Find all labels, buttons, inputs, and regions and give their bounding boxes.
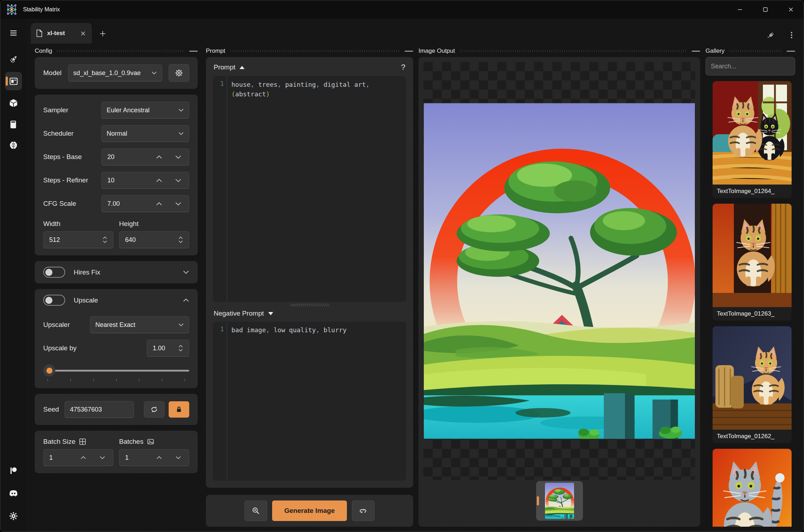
decrement-button[interactable] [171,174,185,187]
rocket-icon [9,55,18,64]
seed-input[interactable] [64,401,134,418]
lock-seed-button[interactable] [169,401,189,418]
steps-refiner-input[interactable] [101,172,189,189]
decrement-button[interactable] [95,451,109,464]
tab-close-button[interactable] [79,30,87,37]
sidebar-item-discord[interactable] [5,485,22,502]
slider-thumb[interactable] [43,364,55,377]
panel-drag-handle[interactable] [230,50,400,52]
gallery-search[interactable] [705,57,795,75]
width-stepper[interactable] [102,237,109,243]
height-value[interactable] [125,236,173,244]
sidebar-item-checkpoints[interactable] [5,137,22,154]
brain-icon [9,141,18,151]
output-thumbnail[interactable] [545,483,574,519]
chevron-down-icon [179,349,182,351]
upscale-by-input[interactable] [147,340,189,357]
gallery-item[interactable] [713,449,792,527]
sidebar-item-inference[interactable] [5,72,22,90]
carousel-selected-item[interactable] [536,481,583,521]
generate-image-button[interactable]: Generate Image [272,500,347,521]
kebab-menu-icon[interactable] [788,31,795,39]
scheduler-select[interactable]: Normal [101,125,189,142]
tab-xl-test[interactable]: xl-test [31,23,92,44]
sidebar-item-model-browser[interactable] [5,116,22,133]
prompt-editor[interactable]: 1 house, trees, painting, digital art, (… [213,76,406,302]
panel-drag-handle[interactable] [56,50,185,52]
cfg-scale-value[interactable] [107,200,147,208]
new-tab-button[interactable] [95,26,111,42]
gallery-item[interactable]: TextToImage_01262_ [713,326,792,443]
upscale-by-label: Upscale by [43,344,147,352]
batches-input[interactable] [119,449,189,466]
panel-drag-handle[interactable] [729,50,782,52]
collapse-triangle-icon[interactable] [240,66,244,69]
collapse-output-icon[interactable] [692,51,700,52]
expand-hires-button[interactable] [183,270,189,274]
batch-size-input[interactable] [43,449,113,466]
prompt-text[interactable]: house, trees, painting, digital art, (ab… [227,76,406,302]
upscale-slider[interactable] [43,364,189,377]
negative-prompt-text[interactable]: bad image, low quality, blurry [227,322,406,481]
collapse-gallery-icon[interactable] [787,51,795,52]
width-value[interactable] [49,236,97,244]
sidebar-item-launch[interactable] [5,51,22,68]
increment-button[interactable] [152,151,166,163]
expand-triangle-icon[interactable] [268,312,273,315]
decrement-button[interactable] [171,197,185,210]
randomize-seed-button[interactable] [144,401,164,418]
sidebar-item-settings[interactable] [5,508,22,525]
gallery-item[interactable]: TextToImage_01264_ [713,81,792,198]
batch-size-value[interactable] [49,454,71,462]
search-input[interactable] [711,63,793,70]
collapse-prompt-icon[interactable] [405,51,413,52]
increment-button[interactable] [152,451,166,464]
upscale-by-value[interactable] [153,345,173,352]
editor-splitter[interactable] [206,302,413,308]
negative-prompt-editor[interactable]: 1 bad image, low quality, blurry [213,322,406,481]
decrement-button[interactable] [171,451,185,464]
batches-value[interactable] [125,454,147,462]
gear-icon [175,69,183,77]
cfg-scale-input[interactable] [101,195,189,212]
upscale-by-stepper[interactable] [178,345,185,351]
zoom-preview-button[interactable] [244,500,267,521]
width-input[interactable] [43,231,113,248]
collapse-upscale-button[interactable] [183,298,189,302]
gallery-thumbnail[interactable] [713,204,792,307]
steps-base-input[interactable] [101,148,189,165]
steps-base-value[interactable] [107,153,147,161]
steps-refiner-value[interactable] [107,177,147,184]
menu-toggle-button[interactable] [5,24,22,41]
upscaler-select[interactable]: Nearest Exact [90,316,189,333]
sidebar-item-patreon[interactable] [5,462,22,479]
seed-value[interactable] [70,406,129,413]
selected-indicator [6,77,8,86]
gallery-item[interactable]: TextToImage_01263_ [713,204,792,321]
generated-image[interactable] [424,103,695,439]
gallery-thumbnail[interactable] [713,81,792,185]
model-select[interactable]: sd_xl_base_1.0_0.9vae [68,64,162,81]
sidebar-item-packages[interactable] [5,95,22,112]
height-input[interactable] [119,231,189,248]
decrement-button[interactable] [171,151,185,163]
upscale-toggle[interactable] [43,295,65,306]
increment-button[interactable] [152,197,166,210]
prompt-help-button[interactable]: ? [401,63,405,72]
connect-plug-icon[interactable] [766,30,776,40]
minimize-button[interactable] [727,0,753,19]
height-stepper[interactable] [178,237,185,243]
model-settings-button[interactable] [169,64,189,82]
increment-button[interactable] [76,451,90,464]
regenerate-button[interactable] [352,500,375,521]
hires-fix-toggle[interactable] [43,267,65,278]
close-button[interactable] [778,0,804,19]
increment-button[interactable] [152,174,166,187]
gallery-thumbnail[interactable] [713,326,792,430]
titlebar[interactable]: Stability Matrix [0,0,804,19]
maximize-button[interactable] [753,0,778,19]
sampler-select[interactable]: Euler Ancestral [101,102,189,119]
gallery-thumbnail[interactable] [713,449,792,527]
panel-drag-handle[interactable] [459,50,687,52]
collapse-config-icon[interactable] [189,51,198,52]
